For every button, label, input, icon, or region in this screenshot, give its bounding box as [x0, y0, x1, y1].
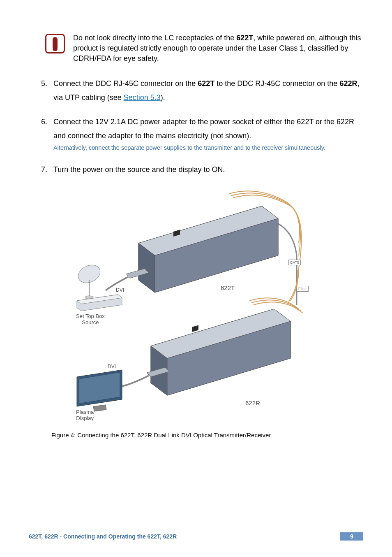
- label-622r: 622R: [245, 399, 260, 406]
- diagram-svg: [69, 181, 323, 424]
- warning-text: Do not look directly into the LC recepta…: [73, 33, 363, 64]
- page-number: 9: [340, 532, 363, 541]
- warning-icon: [45, 34, 65, 53]
- svg-marker-19: [93, 405, 106, 411]
- connection-diagram: CAT5 Fiber DVI DVI 622T 622R Set Top Box…: [69, 181, 323, 424]
- label-display: Plasma Display: [76, 409, 94, 421]
- note-text: Alternatively, connect the separate powe…: [53, 144, 363, 152]
- list-item-6: 6. Connect the 12V 2.1A DC power adapter…: [41, 115, 363, 152]
- footer-title: 622T, 622R - Connecting and Operating th…: [29, 533, 177, 540]
- list-item-7: 7. Turn the power on the source and the …: [41, 162, 363, 176]
- warning-block: Do not look directly into the LC recepta…: [45, 33, 363, 64]
- label-622t: 622T: [221, 284, 235, 291]
- label-source: Set Top Box Source: [76, 313, 105, 325]
- svg-rect-15: [192, 325, 198, 332]
- list-item-5: 5. Connect the DDC RJ-45C connector on t…: [41, 77, 363, 104]
- list-number: 6.: [41, 115, 53, 152]
- list-content: Connect the 12V 2.1A DC power adapter to…: [53, 115, 363, 152]
- label-cat5: CAT5: [288, 260, 301, 265]
- list-number: 5.: [41, 77, 53, 104]
- list-number: 7.: [41, 162, 53, 176]
- section-link[interactable]: Section 5.3: [124, 93, 161, 102]
- label-dvi-1: DVI: [116, 287, 124, 293]
- label-dvi-2: DVI: [108, 364, 116, 369]
- figure-container: CAT5 Fiber DVI DVI 622T 622R Set Top Box…: [29, 181, 363, 439]
- label-fiber: Fiber: [297, 286, 309, 292]
- instruction-list: 5. Connect the DDC RJ-45C connector on t…: [41, 77, 363, 176]
- page-footer: 622T, 622R - Connecting and Operating th…: [29, 532, 363, 541]
- list-content: Connect the DDC RJ-45C connector on the …: [53, 77, 363, 104]
- figure-caption: Figure 4: Connecting the 622T, 622R Dual…: [51, 432, 363, 439]
- list-content: Turn the power on the source and the dis…: [53, 162, 363, 176]
